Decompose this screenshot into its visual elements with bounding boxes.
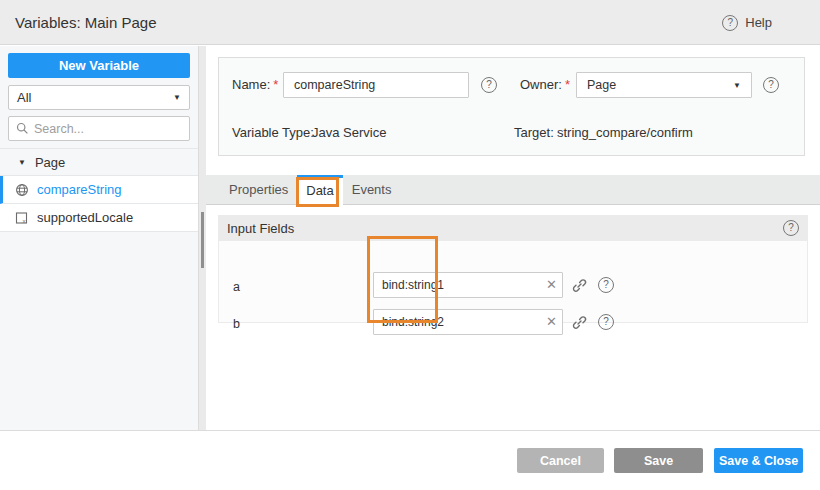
new-variable-button[interactable]: New Variable bbox=[8, 53, 190, 78]
name-input[interactable] bbox=[283, 72, 469, 98]
help-icon: ? bbox=[722, 15, 738, 31]
tree-item-label: supportedLocale bbox=[37, 210, 133, 225]
detail-tabs: Properties Data Events bbox=[206, 175, 820, 205]
binding-input-a[interactable] bbox=[373, 272, 563, 298]
sidebar-scrollbar[interactable] bbox=[198, 46, 206, 430]
variables-tree: ▼ Page compareString x supportedLocale bbox=[0, 148, 198, 232]
chevron-down-icon: ▼ bbox=[173, 93, 181, 102]
required-marker: * bbox=[565, 77, 570, 92]
filter-select[interactable]: All ▼ bbox=[8, 85, 190, 110]
owner-label: Owner:* bbox=[520, 77, 570, 92]
owner-help-icon[interactable]: ? bbox=[763, 77, 779, 93]
required-marker: * bbox=[273, 77, 278, 92]
tree-group-page[interactable]: ▼ Page bbox=[0, 148, 198, 176]
target-value: string_compare/confirm bbox=[557, 125, 693, 140]
variables-dialog: Variables: Main Page ? Help New Variable… bbox=[0, 0, 820, 490]
footer-divider bbox=[0, 430, 820, 431]
help-link[interactable]: ? Help bbox=[722, 0, 772, 45]
clear-icon[interactable]: ✕ bbox=[546, 314, 557, 329]
search-box bbox=[8, 116, 190, 141]
binding-field-b-wrap: ✕ bbox=[373, 309, 563, 335]
svg-text:x: x bbox=[23, 217, 26, 223]
search-input[interactable] bbox=[34, 122, 195, 136]
target-label: Target: bbox=[514, 125, 554, 140]
field-b-help-icon[interactable]: ? bbox=[598, 314, 614, 330]
binding-field-a-wrap: ✕ bbox=[373, 272, 563, 298]
search-icon bbox=[16, 122, 29, 135]
owner-select-value: Page bbox=[587, 78, 616, 92]
input-fields-header: Input Fields ? bbox=[218, 215, 808, 241]
tab-data[interactable]: Data bbox=[297, 175, 342, 205]
input-fields-section: Input Fields ? a ✕ ? b bbox=[218, 215, 808, 323]
variables-sidebar: New Variable All ▼ ▼ Page compareString bbox=[0, 46, 198, 430]
name-label: Name:* bbox=[232, 77, 278, 92]
field-name-a: a bbox=[233, 280, 240, 294]
variable-icon: x bbox=[15, 211, 29, 225]
scrollbar-thumb[interactable] bbox=[201, 212, 204, 268]
expander-icon: ▼ bbox=[18, 158, 26, 167]
field-name-b: b bbox=[233, 317, 240, 331]
main-panel: Name:* ? Owner:* Page ▼ ? Variable Type:… bbox=[206, 46, 820, 430]
service-icon bbox=[15, 183, 29, 197]
chevron-down-icon: ▼ bbox=[733, 81, 741, 90]
save-and-close-button[interactable]: Save & Close bbox=[714, 448, 803, 473]
clear-icon[interactable]: ✕ bbox=[546, 277, 557, 292]
owner-select[interactable]: Page ▼ bbox=[576, 72, 752, 98]
cancel-button[interactable]: Cancel bbox=[517, 448, 604, 473]
tab-properties[interactable]: Properties bbox=[220, 175, 297, 205]
dialog-header: Variables: Main Page ? Help bbox=[0, 0, 820, 45]
tab-events[interactable]: Events bbox=[343, 175, 401, 205]
input-fields-help-icon[interactable]: ? bbox=[783, 220, 799, 236]
input-fields-body: a ✕ ? b ✕ bbox=[218, 241, 808, 323]
bind-link-icon[interactable] bbox=[571, 314, 588, 331]
binding-input-b[interactable] bbox=[373, 309, 563, 335]
name-help-icon[interactable]: ? bbox=[481, 77, 497, 93]
tree-group-label: Page bbox=[35, 155, 65, 170]
page-title: Variables: Main Page bbox=[15, 0, 156, 45]
help-label: Help bbox=[745, 15, 772, 30]
tree-item-comparestring[interactable]: compareString bbox=[0, 176, 198, 204]
tree-item-supportedlocale[interactable]: x supportedLocale bbox=[0, 204, 198, 232]
save-button[interactable]: Save bbox=[614, 448, 703, 473]
variable-type-value: Java Service bbox=[312, 125, 386, 140]
filter-select-value: All bbox=[17, 90, 31, 105]
tree-item-label: compareString bbox=[37, 182, 122, 197]
variable-form: Name:* ? Owner:* Page ▼ ? Variable Type:… bbox=[218, 57, 805, 156]
input-fields-title: Input Fields bbox=[227, 221, 294, 236]
field-a-help-icon[interactable]: ? bbox=[598, 277, 614, 293]
bind-link-icon[interactable] bbox=[571, 277, 588, 294]
variable-type-label: Variable Type: bbox=[232, 125, 314, 140]
